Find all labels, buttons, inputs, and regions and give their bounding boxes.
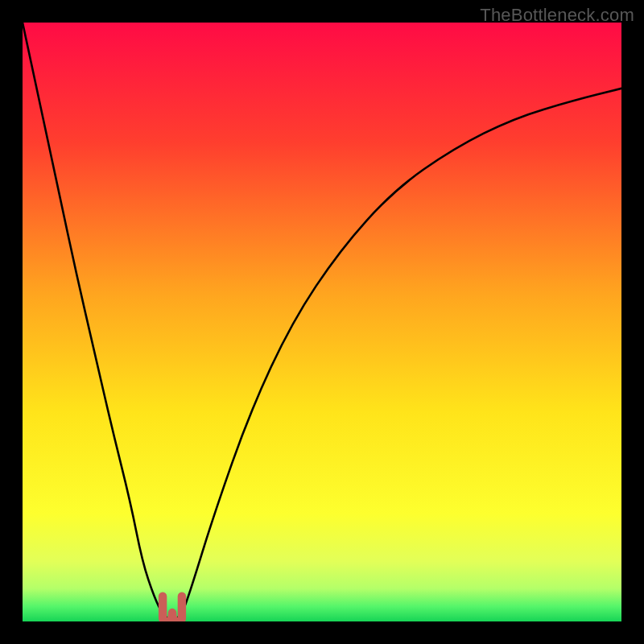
plot-area xyxy=(23,23,621,621)
chart-svg xyxy=(23,23,621,621)
bottleneck-curve xyxy=(23,23,621,620)
chart-frame: TheBottleneck.com xyxy=(0,0,644,644)
watermark-label: TheBottleneck.com xyxy=(480,5,634,26)
optimal-point-u-marker xyxy=(163,597,182,621)
